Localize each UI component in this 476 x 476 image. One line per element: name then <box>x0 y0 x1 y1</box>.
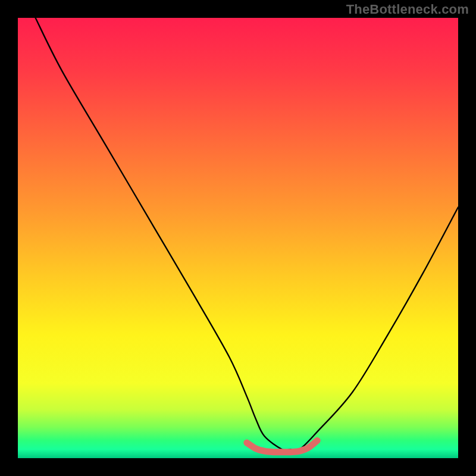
plot-area <box>18 18 458 458</box>
chart-frame: TheBottleneck.com <box>0 0 476 476</box>
v-curve-line <box>36 18 458 450</box>
watermark-text: TheBottleneck.com <box>346 2 469 17</box>
curve-layer <box>18 18 458 458</box>
